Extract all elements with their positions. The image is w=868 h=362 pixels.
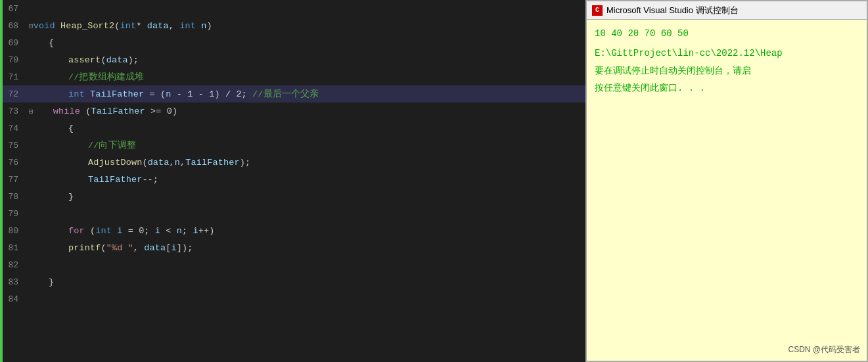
code-line: 77TailFather--;: [3, 171, 585, 188]
line-number: 67: [3, 4, 26, 14]
line-number: 77: [3, 175, 26, 185]
console-titlebar: C Microsoft Visual Studio 调试控制台: [587, 1, 867, 20]
console-output-line: 要在调试停止时自动关闭控制台，请启: [595, 64, 859, 78]
code-line: 67: [3, 0, 585, 17]
code-line: 74{: [3, 120, 585, 137]
line-number: 72: [3, 89, 26, 99]
line-number: 75: [3, 141, 26, 150]
line-number: 73: [3, 106, 26, 116]
line-number: 80: [3, 226, 26, 236]
code-line: 80for (int i = 0; i < n; i++): [3, 222, 585, 239]
code-line: 83}: [3, 273, 585, 290]
line-number: 71: [3, 72, 26, 82]
code-content: printf("%d ", data[i]);: [26, 243, 193, 253]
code-content: }: [26, 277, 54, 287]
code-line: 76AdjustDown(data,n,TailFather);: [3, 154, 585, 171]
console-footer: CSDN @代码受害者: [788, 344, 860, 355]
code-line: 73⊟while (TailFather >= 0): [3, 102, 585, 120]
line-number: 70: [3, 55, 26, 65]
line-number: 74: [3, 124, 26, 133]
line-number: 69: [3, 38, 26, 48]
code-content: TailFather--;: [26, 175, 158, 185]
line-number: 78: [3, 192, 26, 202]
code-line: 69{: [3, 34, 585, 51]
code-content: }: [26, 192, 74, 202]
code-line: 82: [3, 256, 585, 273]
code-content: {: [26, 124, 74, 133]
console-title: Microsoft Visual Studio 调试控制台: [606, 5, 739, 16]
code-line: 68⊟void Heap_Sort2(int* data, int n): [3, 17, 585, 34]
code-content: int TailFather = (n - 1 - 1) / 2; //最后一个…: [26, 88, 319, 100]
code-line: 70assert(data);: [3, 51, 585, 68]
code-line: 79: [3, 205, 585, 222]
line-number: 76: [3, 158, 26, 168]
line-number: 68: [3, 21, 26, 31]
console-output-line: E:\GittProject\lin-cc\2022.12\Heap: [595, 46, 859, 60]
line-number: 82: [3, 260, 26, 270]
console-window: C Microsoft Visual Studio 调试控制台 10 40 20…: [585, 0, 868, 362]
code-editor: 6768⊟void Heap_Sort2(int* data, int n)69…: [0, 0, 585, 362]
console-output-line: 10 40 20 70 60 50: [595, 26, 859, 41]
code-content: AdjustDown(data,n,TailFather);: [26, 158, 250, 168]
code-line: 71//把数组构建成堆: [3, 68, 585, 85]
code-content: ⊟void Heap_Sort2(int* data, int n): [26, 21, 212, 31]
code-content: //向下调整: [26, 139, 136, 151]
code-line: 72int TailFather = (n - 1 - 1) / 2; //最后…: [3, 85, 585, 102]
code-line: 81printf("%d ", data[i]);: [3, 239, 585, 256]
code-content: {: [26, 38, 54, 48]
code-line: 75//向下调整: [3, 137, 585, 154]
line-number: 79: [3, 209, 26, 219]
code-line: 78}: [3, 188, 585, 205]
line-number: 84: [3, 294, 26, 304]
console-output-line: 按任意键关闭此窗口. . .: [595, 81, 859, 95]
code-content: //把数组构建成堆: [26, 71, 144, 83]
green-indicator-bar: [0, 0, 3, 362]
vs-icon: C: [592, 5, 603, 16]
console-body: 10 40 20 70 60 50E:\GittProject\lin-cc\2…: [587, 20, 867, 361]
code-content: ⊟while (TailFather >= 0): [26, 106, 177, 116]
code-line: 84: [3, 290, 585, 307]
code-content: assert(data);: [26, 55, 139, 65]
line-number: 83: [3, 277, 26, 287]
code-content: for (int i = 0; i < n; i++): [26, 226, 215, 236]
code-lines-container: 6768⊟void Heap_Sort2(int* data, int n)69…: [0, 0, 585, 307]
line-number: 81: [3, 243, 26, 253]
